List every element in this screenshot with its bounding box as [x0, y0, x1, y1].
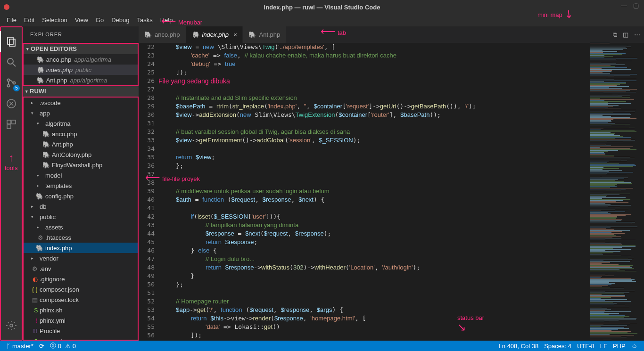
tree-file[interactable]: 🐘anco.php — [24, 129, 138, 139]
menu-file[interactable]: File — [3, 14, 20, 26]
more-icon[interactable]: ⋯ — [634, 31, 640, 38]
tree-folder[interactable]: ▸.vscode — [24, 98, 138, 108]
tree-item-label: composer.lock — [40, 296, 79, 303]
tree-item-label: templates — [45, 182, 72, 189]
tab[interactable]: 🐘index.php× — [186, 26, 243, 43]
svg-rect-1 — [9, 39, 15, 46]
menu-go[interactable]: Go — [92, 14, 107, 26]
tab-label: index.php — [202, 31, 229, 38]
code-content[interactable]: $view = new \Slim\Views\Twig('../app/tem… — [161, 43, 587, 341]
indent[interactable]: Spaces: 4 — [541, 343, 574, 350]
tree-file[interactable]: !phinx.yml — [24, 315, 138, 326]
php-icon: 🐘 — [37, 66, 44, 73]
file-name: index.php — [46, 66, 73, 73]
explorer-icon[interactable] — [0, 31, 23, 52]
tree-file[interactable]: ◐.gitignore — [24, 274, 138, 284]
tree-folder[interactable]: ▾algoritma — [24, 118, 138, 129]
tree-item-label: config.php — [45, 193, 74, 200]
open-editors-section: ▾OPEN EDITORS 🐘 anco.phpapp/algoritma🐘 i… — [23, 43, 139, 86]
tree-item-label: db — [40, 203, 46, 210]
menu-tasks[interactable]: Tasks — [133, 14, 156, 26]
open-editor-item[interactable]: 🐘 Ant.phpapp/algoritma — [24, 75, 138, 85]
tree-folder[interactable]: ▸templates — [24, 180, 138, 191]
open-editors-header[interactable]: ▾OPEN EDITORS — [24, 44, 138, 54]
tree-item-label: model — [45, 172, 62, 179]
eol[interactable]: LF — [597, 343, 610, 350]
tree-item-label: app — [40, 110, 50, 117]
open-editor-item[interactable]: 🐘 anco.phpapp/algoritma — [24, 54, 138, 65]
workbench: 5 EXPLORER ▾OPEN EDITORS 🐘 anco.phpapp/a… — [0, 26, 644, 341]
tree-item-label: algoritma — [45, 120, 70, 127]
problems[interactable]: ⓧ 0 ⚠ 0 — [47, 342, 79, 350]
maximize-icon[interactable]: ▢ — [631, 2, 641, 9]
svg-point-6 — [13, 82, 16, 84]
search-icon[interactable] — [0, 52, 23, 73]
menu-help[interactable]: Help — [157, 14, 177, 26]
minimap[interactable] — [587, 43, 644, 341]
editor-group: 🐘anco.php🐘index.php×🐘Ant.php⧉◫⋯ 22 23 24… — [139, 26, 644, 341]
tree-folder[interactable]: ▾app — [24, 108, 138, 118]
open-editor-item[interactable]: 🐘 index.phppublic — [24, 65, 138, 75]
tree-file[interactable]: $server.sh — [24, 336, 138, 341]
minimize-icon[interactable]: — — [619, 2, 629, 9]
source-control-icon[interactable]: 5 — [0, 73, 23, 93]
tree-file[interactable]: 🐘index.php — [24, 243, 138, 253]
tree-file[interactable]: ▤composer.lock — [24, 294, 138, 305]
sidebar-title: EXPLORER — [23, 26, 139, 43]
git-branch[interactable]: ᚶ master* — [4, 343, 36, 350]
tab[interactable]: 🐘anco.php — [139, 26, 186, 43]
file-name: Ant.php — [46, 77, 67, 84]
encoding[interactable]: UTF-8 — [574, 343, 597, 350]
tree-file[interactable]: { }composer.json — [24, 284, 138, 294]
sync-icon[interactable]: ⟳ — [36, 343, 47, 350]
tree-item-label: public — [40, 213, 56, 220]
tree-file[interactable]: 🐘AntColony.php — [24, 149, 138, 160]
tree-file[interactable]: 🐘config.php — [24, 191, 138, 201]
file-path: app/algoritma — [70, 77, 107, 84]
php-icon: 🐘 — [144, 31, 152, 38]
tree-file[interactable]: HProcfile — [24, 326, 138, 336]
tree-folder[interactable]: ▸assets — [24, 222, 138, 232]
close-icon[interactable]: × — [233, 31, 237, 38]
scm-badge: 5 — [13, 85, 20, 91]
tree-item-label: Ant.php — [52, 141, 73, 148]
gear-icon: ⚙ — [36, 234, 43, 241]
tree-item-label: index.php — [45, 245, 72, 252]
settings-icon[interactable] — [0, 315, 23, 336]
tree-file[interactable]: ⚙.htaccess — [24, 232, 138, 243]
tree-folder[interactable]: ▸model — [24, 170, 138, 180]
tree-file[interactable]: $phinx.sh — [24, 305, 138, 315]
heroku-icon: H — [30, 327, 38, 335]
tree-file[interactable]: 🐘Ant.php — [24, 139, 138, 149]
tree-folder[interactable]: ▸db — [24, 201, 138, 212]
language-mode[interactable]: PHP — [610, 343, 628, 350]
tree-item-label: phinx.yml — [40, 317, 66, 324]
tab[interactable]: 🐘Ant.php — [243, 26, 286, 43]
php-icon: 🐘 — [42, 162, 50, 169]
close-window-dot[interactable] — [4, 4, 9, 10]
project-header[interactable]: ▾RUWI — [23, 86, 139, 97]
layout-icon[interactable]: ◫ — [623, 31, 628, 38]
tree-item-label: AntColony.php — [52, 151, 91, 158]
menu-debug[interactable]: Debug — [107, 14, 133, 26]
tree-folder[interactable]: ▸vendor — [24, 253, 138, 263]
tree-item-label: composer.json — [40, 286, 79, 293]
gear-icon: ⚙ — [30, 265, 38, 272]
php-icon: 🐘 — [36, 245, 43, 252]
tree-file[interactable]: 🐘FloydWarshall.php — [24, 160, 138, 170]
extensions-icon[interactable] — [0, 114, 23, 135]
php-icon: 🐘 — [248, 31, 256, 38]
vscode-window: index.php — ruwi — Visual Studio Code — … — [0, 0, 644, 351]
debug-icon[interactable] — [0, 93, 23, 114]
tree-folder[interactable]: ▾public — [24, 212, 138, 222]
menu-view[interactable]: View — [71, 14, 92, 26]
folder-icon: ▸ — [30, 204, 38, 209]
cursor-position[interactable]: Ln 408, Col 38 — [496, 343, 542, 350]
folder-icon: ▾ — [30, 214, 38, 219]
split-icon[interactable]: ⧉ — [613, 31, 617, 39]
menu-edit[interactable]: Edit — [20, 14, 38, 26]
editor-area[interactable]: 22 23 24 25 26 27 28 29 30 31 32 33 34 3… — [139, 43, 644, 341]
feedback-icon[interactable]: ☺ — [628, 343, 640, 350]
menu-selection[interactable]: Selection — [38, 14, 71, 26]
tree-file[interactable]: ⚙.env — [24, 263, 138, 274]
